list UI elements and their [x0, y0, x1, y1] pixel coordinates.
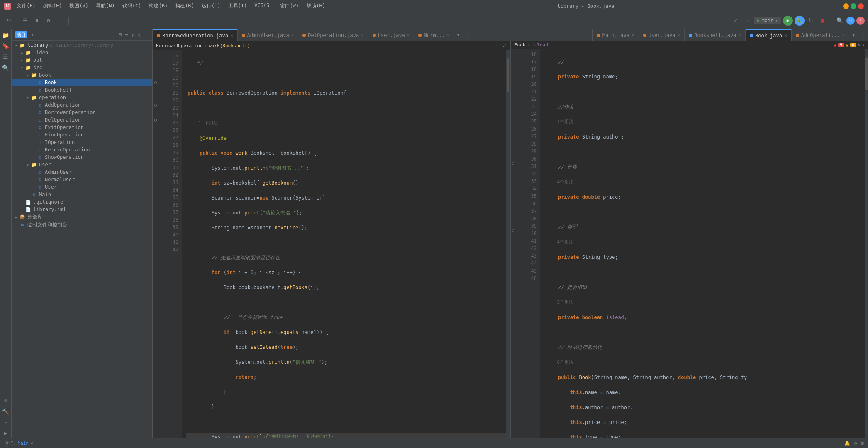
- right-scrollbar-thumb[interactable]: [865, 57, 868, 90]
- tree-item-main[interactable]: © Main: [12, 191, 152, 198]
- toolbar-icon-2[interactable]: ☰: [20, 16, 30, 26]
- tab-close-bookshelf[interactable]: ✕: [738, 32, 741, 38]
- tree-item-user-class[interactable]: © User: [12, 183, 152, 191]
- tab-close-admin[interactable]: ✕: [291, 32, 294, 38]
- sidebar-build-icon[interactable]: 🔨: [1, 407, 10, 416]
- status-settings[interactable]: ⚙: [854, 441, 857, 446]
- tree-item-idea[interactable]: 📁 .idea: [12, 49, 152, 56]
- nav-up-icon[interactable]: ∧: [858, 42, 861, 48]
- menu-view[interactable]: 视图(V): [66, 2, 92, 10]
- tab-overflow-left[interactable]: ▾: [454, 29, 463, 41]
- tab-more-right[interactable]: ⋮: [858, 29, 868, 41]
- menu-vcs[interactable]: VCS(S): [251, 2, 276, 10]
- toolbar-icon-3[interactable]: ⇅: [32, 16, 42, 26]
- back-button[interactable]: ◁: [731, 16, 741, 26]
- tab-close-norm[interactable]: ✕: [447, 32, 450, 38]
- tree-item-addop[interactable]: © AddOperation: [12, 101, 152, 109]
- tree-item-returnop[interactable]: © ReturnOperation: [12, 146, 152, 153]
- debug-button[interactable]: 🐛: [795, 16, 805, 26]
- tab-norm[interactable]: Norm... ✕: [414, 29, 454, 41]
- tab-admin-user[interactable]: AdminUser.java ✕: [238, 29, 299, 41]
- tab-del-operation[interactable]: DelOperation.java ✕: [298, 29, 368, 41]
- tab-bookshelf[interactable]: Bookshelf.java ✕: [685, 29, 746, 41]
- forward-button[interactable]: ▷: [742, 16, 752, 26]
- menu-navigate[interactable]: 导航(N): [93, 2, 118, 10]
- toolbar-icon-1[interactable]: ⟲: [3, 16, 13, 26]
- sidebar-run-icon[interactable]: ▶: [1, 429, 10, 438]
- fold-icon-for[interactable]: ○: [154, 102, 157, 107]
- tree-item-operation[interactable]: 📁 operation: [12, 94, 152, 101]
- sidebar-terminal-icon[interactable]: ⌨: [1, 396, 10, 405]
- tree-item-library[interactable]: 📁 library C:\IDEA\library\library: [12, 41, 152, 49]
- right-scrollbar[interactable]: [865, 49, 868, 438]
- tree-item-normaluser[interactable]: © NormalUser: [12, 176, 152, 183]
- tree-item-showop[interactable]: © ShowOperation: [12, 153, 152, 161]
- tree-item-borrowedop[interactable]: © BorrowedOperation: [12, 109, 152, 116]
- menu-help[interactable]: 帮助(H): [303, 2, 329, 10]
- tree-item-delop[interactable]: © DelOperation: [12, 116, 152, 124]
- tree-header-dropdown[interactable]: ▾: [30, 31, 35, 39]
- tree-refresh[interactable]: ⇅: [131, 31, 136, 39]
- tree-item-book-folder[interactable]: 📁 book: [12, 71, 152, 79]
- menu-window[interactable]: 窗口(W): [277, 2, 302, 10]
- run-config-selector[interactable]: ▶ Main ▾: [754, 17, 781, 24]
- tree-item-findop[interactable]: © FindOperation: [12, 131, 152, 139]
- fold-icon-getter[interactable]: ○: [512, 228, 514, 233]
- status-layout[interactable]: ⊞: [861, 441, 864, 446]
- tree-item-iop[interactable]: Ⅰ IOperation: [12, 139, 152, 146]
- left-scrollbar-thumb[interactable]: [507, 58, 509, 92]
- notification-badge[interactable]: !: [856, 17, 865, 25]
- tab-borrowed-operation[interactable]: BorrowedOperation.java ✕: [153, 29, 238, 41]
- tree-item-exitop[interactable]: © ExitOperation: [12, 124, 152, 131]
- tree-item-book-class[interactable]: © Book: [12, 79, 152, 86]
- status-run-close[interactable]: ✕: [30, 441, 33, 446]
- minimize-button[interactable]: [843, 3, 849, 9]
- menu-tools[interactable]: 工具(T): [225, 2, 251, 10]
- toolbar-icon-5[interactable]: —: [55, 16, 65, 26]
- tree-sort[interactable]: ≡: [124, 31, 129, 39]
- tree-settings[interactable]: ⚙: [137, 31, 142, 39]
- fold-icon-class[interactable]: ○: [154, 80, 157, 85]
- tab-addoperation[interactable]: AddOperati... ✕: [792, 29, 850, 41]
- menu-build2[interactable]: 构建(B): [172, 2, 197, 10]
- tree-item-src[interactable]: 📁 src: [12, 64, 152, 71]
- tab-book[interactable]: Book.java ✕: [746, 29, 792, 41]
- close-button[interactable]: [858, 3, 864, 9]
- coverage-button[interactable]: ⛉: [806, 16, 816, 26]
- tab-close-main[interactable]: ✕: [631, 32, 634, 38]
- status-run-config[interactable]: Main: [18, 441, 29, 446]
- tree-item-user-folder[interactable]: 📁 user: [12, 161, 152, 168]
- menu-code[interactable]: 代码(C): [119, 2, 145, 10]
- fold-icon-if[interactable]: ○: [154, 117, 157, 122]
- tree-item-gitignore[interactable]: 📄 .gitignore: [12, 198, 152, 206]
- tab-close-del[interactable]: ✕: [361, 32, 364, 38]
- sidebar-structure-icon[interactable]: ☰: [1, 52, 10, 61]
- tab-close-addop[interactable]: ✕: [842, 32, 845, 38]
- tree-item-external-libs[interactable]: 📦 外部库: [12, 213, 152, 221]
- tree-item-iml[interactable]: 📄 library.iml: [12, 206, 152, 213]
- tab-overflow-right[interactable]: ▾: [849, 29, 858, 41]
- search-button[interactable]: 🔍: [835, 16, 845, 26]
- user-avatar[interactable]: U: [846, 17, 855, 25]
- sidebar-bookmark-icon[interactable]: 🔖: [1, 41, 10, 51]
- menu-edit[interactable]: 编辑(E): [40, 2, 66, 10]
- tree-item-adminuser[interactable]: © AdminUser: [12, 168, 152, 176]
- sidebar-git-icon[interactable]: ⑂: [1, 418, 10, 427]
- tree-item-temp[interactable]: ⊕ 临时文件和控制台: [12, 221, 152, 229]
- maximize-button[interactable]: [851, 3, 856, 9]
- sidebar-search-icon[interactable]: 🔍: [1, 63, 10, 72]
- right-code-content[interactable]: // private String name; //作者 4个用法 privat…: [540, 49, 865, 438]
- left-code-content[interactable]: */ public class BorrowedOperation implem…: [182, 50, 506, 438]
- tab-close-user[interactable]: ✕: [407, 32, 410, 38]
- toolbar-icon-4[interactable]: ⚙: [44, 16, 54, 26]
- stop-button[interactable]: ■: [818, 16, 828, 26]
- status-notifications[interactable]: 🔔: [844, 441, 850, 446]
- tab-close-user-right[interactable]: ✕: [678, 32, 680, 38]
- tab-user[interactable]: User.java ✕: [368, 29, 414, 41]
- tab-main[interactable]: Main.java ✕: [593, 29, 639, 41]
- tab-close-book[interactable]: ✕: [784, 33, 787, 38]
- sidebar-project-icon[interactable]: 📁: [1, 31, 10, 40]
- run-button[interactable]: ▶: [783, 16, 793, 26]
- tree-collapse-all[interactable]: ⊟: [118, 31, 123, 39]
- menu-build[interactable]: 构建(B): [145, 2, 171, 10]
